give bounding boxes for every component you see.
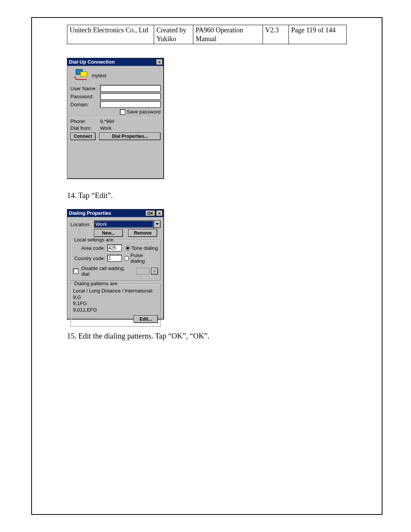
- location-value[interactable]: Work: [94, 220, 154, 228]
- step-15: 15. Edit the dialing patterns. Tap “OK”,…: [67, 332, 347, 340]
- tone-dialing-label: Tone dialing: [132, 245, 158, 251]
- dialup-titlebar: Dial-Up Connection ×: [67, 58, 164, 66]
- page: Unitech Electronics Co., Ltd Created by …: [0, 0, 411, 532]
- tone-dialing-radio[interactable]: [125, 246, 130, 251]
- connection-icon: [70, 69, 92, 82]
- header-createdby: Created by Yukiko: [154, 25, 193, 44]
- dial-properties-button[interactable]: Dial Properties...: [99, 133, 161, 140]
- dialing-patterns-sublabel: Local / Long Distance / International:: [73, 288, 158, 294]
- divider: [70, 116, 161, 117]
- domain-label: Domain:: [70, 102, 100, 107]
- areacode-label: Area code:: [73, 245, 105, 251]
- disable-callwaiting-label: Disable call waiting; dial:: [81, 265, 135, 277]
- pattern-local: 9,G: [73, 294, 158, 300]
- countrycode-label: Country code:: [73, 256, 105, 261]
- areacode-input[interactable]: 425: [107, 244, 122, 251]
- dialingprops-titlebar: Dialing Properties OK ×: [67, 209, 164, 217]
- username-label: User Name:: [70, 86, 100, 91]
- remove-location-button[interactable]: Remove: [128, 229, 157, 237]
- disable-callwaiting-checkbox[interactable]: [73, 268, 78, 274]
- ok-button[interactable]: OK: [145, 210, 155, 216]
- pulse-dialing-radio[interactable]: [124, 256, 129, 261]
- countrycode-input[interactable]: 1: [107, 255, 122, 262]
- save-password-label: Save password: [127, 109, 161, 115]
- location-dropdown[interactable]: Work: [94, 220, 161, 228]
- document-header-table: Unitech Electronics Co., Ltd Created by …: [67, 25, 347, 44]
- chevron-down-icon[interactable]: [154, 220, 161, 228]
- header-document: PA960 Operation Manual: [193, 25, 263, 44]
- phone-value: 9,*99#: [100, 118, 115, 124]
- edit-patterns-button[interactable]: Edit...: [134, 315, 158, 323]
- dialing-patterns-legend: Dialing patterns are:: [73, 281, 119, 286]
- pattern-longdist: 9,1FG: [73, 300, 158, 307]
- header-company: Unitech Electronics Co., Ltd: [67, 25, 154, 44]
- new-location-button[interactable]: New...: [94, 229, 123, 237]
- password-input[interactable]: [100, 93, 161, 100]
- dialing-properties-dialog: Dialing Properties OK × Location: Work N…: [67, 209, 164, 320]
- local-settings-legend: Local settings are:: [73, 237, 116, 243]
- save-password-checkbox[interactable]: [120, 109, 125, 115]
- header-version: V2.3: [263, 25, 289, 44]
- pulse-dialing-label: Pulse dialing: [131, 252, 158, 264]
- phone-label: Phone:: [70, 118, 100, 124]
- connection-name: mytest: [92, 73, 106, 78]
- dialup-title: Dial-Up Connection: [69, 58, 155, 66]
- dialup-connection-dialog: Dial-Up Connection × mytest User Name:: [67, 58, 164, 179]
- header-page: Page 119 of 144: [289, 25, 347, 44]
- dialing-patterns-group: Dialing patterns are: Local / Long Dista…: [70, 284, 161, 327]
- step-14: 14. Tap “Edit”.: [67, 191, 347, 200]
- chevron-down-icon: [151, 268, 158, 275]
- connect-button[interactable]: Connect: [70, 133, 96, 140]
- password-label: Password:: [70, 94, 100, 99]
- dialfrom-label: Dial from:: [70, 125, 100, 131]
- local-settings-group: Local settings are: Area code: 425 Tone …: [70, 240, 161, 281]
- close-icon[interactable]: ×: [156, 210, 163, 216]
- close-icon[interactable]: ×: [156, 59, 163, 65]
- pattern-intl: 9,011,EFG: [73, 307, 158, 313]
- domain-input[interactable]: [100, 101, 161, 108]
- callwaiting-code-input: [136, 268, 150, 275]
- dialingprops-title: Dialing Properties: [69, 209, 145, 217]
- dialfrom-value: Work: [100, 125, 112, 131]
- page-frame: Unitech Electronics Co., Ltd Created by …: [31, 17, 382, 515]
- location-label: Location:: [70, 222, 94, 227]
- username-input[interactable]: [100, 85, 161, 92]
